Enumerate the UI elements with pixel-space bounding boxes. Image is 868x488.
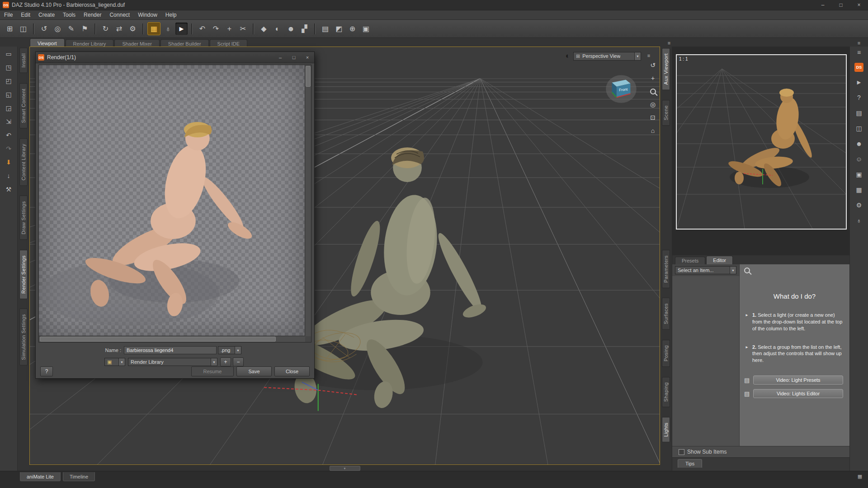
show-sub-items-checkbox[interactable] [679, 449, 684, 455]
content-icon[interactable]: ◰ [4, 76, 14, 86]
flag-tool-icon[interactable]: ⚑ [79, 23, 91, 35]
tab-lights[interactable]: Lights [662, 417, 670, 442]
sidebar-item-install[interactable]: Install [19, 48, 28, 73]
diamond-tool-icon[interactable]: ◆ [258, 23, 270, 35]
timeline-dock-icon[interactable]: ▤ [854, 108, 864, 118]
translate-tool-icon[interactable]: + [223, 23, 236, 35]
help-button[interactable]: ? [40, 366, 53, 376]
menu-file[interactable]: File [0, 10, 17, 19]
save-as-icon[interactable]: ◲ [4, 103, 14, 113]
tab-aux-viewport[interactable]: Aux Viewport [662, 48, 670, 90]
customize-icon[interactable]: ⚒ [4, 184, 14, 194]
bottom-corner-icon[interactable]: ▦ [855, 472, 864, 480]
close-button[interactable]: × [850, 0, 868, 10]
undo-icon[interactable]: ↶ [196, 23, 208, 35]
sidebar-item-draw-settings[interactable]: Draw Settings [19, 196, 28, 240]
sidebar-item-smart-content[interactable]: Smart Content [19, 83, 28, 128]
home-view-icon[interactable]: ⌂ [648, 126, 657, 135]
undo-icon[interactable]: ↶ [4, 130, 14, 140]
pan-view-icon[interactable]: + [648, 74, 657, 83]
open-file-icon[interactable]: ◳ [4, 62, 14, 72]
resume-button[interactable]: Resume [191, 366, 234, 376]
pane-menu-icon[interactable]: ≡ [854, 47, 864, 57]
item-selector-dropdown[interactable]: Select an Item... ▼ [675, 266, 736, 274]
aim-view-icon[interactable]: ◎ [648, 100, 657, 109]
timeline-collapse-handle[interactable]: ▼ [330, 466, 360, 471]
menu-help[interactable]: Help [161, 10, 181, 19]
people-dock-icon[interactable]: ☻ [854, 139, 864, 149]
tab-surfaces[interactable]: Surfaces [662, 298, 670, 330]
node-selection-tool-icon[interactable]: ► [175, 23, 188, 35]
install-icon[interactable]: ⬇ [4, 157, 14, 167]
frame-view-icon[interactable]: ⊡ [648, 113, 657, 122]
scrollbar-thumb[interactable] [306, 66, 311, 87]
sidebar-item-simulation-settings[interactable]: Simulation Settings [19, 309, 28, 366]
rotate-ccw-tool-icon[interactable]: ↺ [38, 23, 50, 35]
dialog-maximize-button[interactable]: □ [287, 52, 301, 63]
help-dock-icon[interactable]: ? [854, 93, 864, 103]
orbit-tool-icon[interactable]: ◎ [52, 23, 64, 35]
remove-library-button[interactable]: − [233, 357, 244, 366]
scrollbar-thumb[interactable] [40, 337, 276, 342]
redo-icon[interactable]: ↷ [4, 144, 14, 154]
viewport-options-icon[interactable]: ≡ [644, 52, 653, 59]
pattern-dock-icon[interactable]: ▦ [854, 185, 864, 195]
close-render-button[interactable]: Close [274, 366, 310, 376]
download-icon[interactable]: ↓ [4, 171, 14, 181]
surface-tool-icon[interactable]: ◩ [333, 23, 345, 35]
add-camera-icon[interactable]: ⊕ [346, 23, 359, 35]
pattern-tool-icon[interactable]: ▞ [298, 23, 311, 35]
viewport-pane-menu-icon[interactable]: ≡ [665, 39, 674, 47]
tab-parameters[interactable]: Parameters [662, 250, 670, 288]
export-icon[interactable]: ⇲ [4, 117, 14, 127]
file-extension-dropdown[interactable]: .png ▼ [218, 346, 241, 354]
new-file-icon[interactable]: ▭ [4, 49, 14, 59]
view-navigation-cube[interactable]: Front [603, 70, 640, 105]
grid-snap-icon[interactable]: ▦ [147, 22, 160, 35]
menu-create[interactable]: Create [34, 10, 59, 19]
figure-dock-icon[interactable]: ☺ [854, 154, 864, 164]
menu-connect[interactable]: Connect [105, 10, 134, 19]
video-lights-editor-button[interactable]: Video: Lights Editor [753, 389, 843, 398]
menu-edit[interactable]: Edit [17, 10, 34, 19]
merge-scene-icon[interactable]: ◫ [17, 23, 29, 35]
tab-viewport[interactable]: Viewport [30, 38, 65, 47]
aux-viewport-canvas[interactable]: 1 : 1 [676, 54, 847, 230]
render-name-input[interactable] [124, 346, 217, 354]
dialog-close-button[interactable]: × [301, 52, 314, 63]
light-group-list[interactable] [672, 276, 740, 446]
tab-timeline[interactable]: Timeline [63, 472, 95, 481]
add-library-button[interactable]: + [220, 357, 231, 366]
maximize-button[interactable]: □ [832, 0, 850, 10]
cut-icon[interactable]: ✂ [237, 23, 249, 35]
render-dialog-titlebar[interactable]: DS Render(1/1) – □ × [36, 52, 314, 63]
figure-tool-icon[interactable]: ☻ [285, 23, 297, 35]
tab-animate-lite[interactable]: aniMate Lite [20, 472, 61, 481]
swap-tool-icon[interactable]: ⇄ [113, 23, 125, 35]
tab-posing[interactable]: Posing [662, 340, 670, 367]
world-dock-icon[interactable]: ♁ [854, 216, 864, 225]
daz-connect-icon[interactable]: DS [854, 63, 863, 72]
tips-tab[interactable]: Tips [678, 459, 702, 468]
camera-dock-icon[interactable]: ▣ [854, 169, 864, 179]
minimize-button[interactable]: – [814, 0, 832, 10]
image-vertical-scrollbar[interactable] [305, 65, 311, 336]
orbit-view-icon[interactable]: ↺ [648, 61, 657, 70]
tab-editor[interactable]: Editor [706, 256, 733, 264]
menu-tools[interactable]: Tools [59, 10, 80, 19]
render-library-dropdown[interactable]: Render Library ▼ [128, 358, 217, 366]
draw-style-sphere-icon[interactable]: ◐ [566, 52, 570, 61]
sidebar-item-render-settings[interactable]: Render Settings [19, 250, 28, 299]
search-icon[interactable] [744, 267, 750, 273]
save-button[interactable]: Save [236, 366, 272, 376]
pointer-dock-icon[interactable]: ► [854, 77, 864, 87]
library-dock-icon[interactable]: ◫ [854, 123, 864, 133]
edit-tool-icon[interactable]: ✎ [65, 23, 77, 35]
settings-dock-icon[interactable]: ⚙ [854, 200, 864, 210]
dialog-minimize-button[interactable]: – [274, 52, 287, 63]
menu-window[interactable]: Window [134, 10, 161, 19]
dock-pane-menu-icon[interactable]: ≡ [854, 39, 863, 47]
library-type-dropdown[interactable]: ▣ ▼ [104, 358, 125, 366]
tab-shaping[interactable]: Shaping [662, 377, 670, 407]
video-light-presets-button[interactable]: Video: Light Presets [753, 375, 843, 385]
